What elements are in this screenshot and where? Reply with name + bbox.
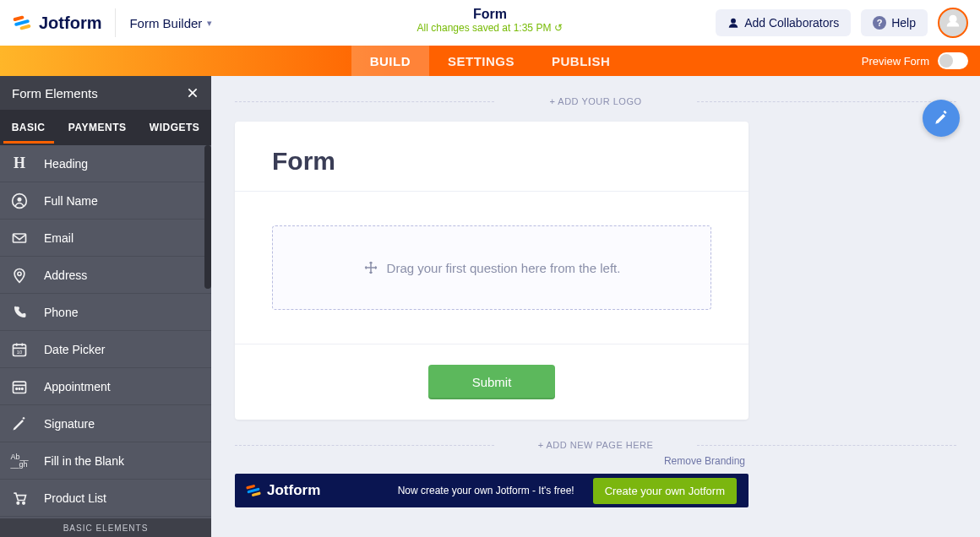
preview-form-label: Preview Form	[862, 55, 929, 68]
svg-point-21	[23, 502, 25, 504]
tab-settings[interactable]: SETTINGS	[429, 46, 533, 76]
revision-history-icon[interactable]: ↺	[554, 22, 563, 34]
tab-publish[interactable]: PUBLISH	[533, 46, 629, 76]
user-avatar[interactable]	[938, 8, 968, 38]
brand-logo[interactable]: Jotform	[12, 8, 116, 37]
submit-row: Submit	[235, 344, 749, 420]
form-title-block[interactable]: Form	[235, 122, 749, 192]
move-icon	[363, 260, 378, 275]
form-canvas: + ADD YOUR LOGO Form Drag your first que…	[211, 76, 980, 537]
svg-rect-0	[13, 15, 24, 21]
promo-text: Now create your own Jotform - It's free!	[398, 485, 574, 496]
svg-rect-8	[14, 234, 26, 242]
remove-branding-link[interactable]: Remove Branding	[235, 455, 749, 467]
element-address[interactable]: Address	[0, 257, 211, 294]
promo-banner: Jotform Now create your own Jotform - It…	[235, 474, 749, 507]
submit-button[interactable]: Submit	[428, 365, 556, 399]
form-builder-dropdown[interactable]: Form Builder ▾	[129, 16, 212, 30]
sidebar-tab-payments[interactable]: PAYMENTS	[68, 122, 127, 133]
sidebar-header: Form Elements	[0, 76, 211, 110]
sidebar-title: Form Elements	[12, 86, 98, 100]
element-phone[interactable]: Phone	[0, 294, 211, 331]
mail-icon	[10, 229, 29, 247]
element-product-list[interactable]: Product List	[0, 480, 211, 517]
svg-point-9	[18, 272, 21, 275]
jotform-logo-icon	[245, 482, 262, 499]
pin-icon	[10, 266, 29, 285]
svg-point-7	[18, 197, 22, 201]
svg-rect-2	[19, 24, 31, 30]
element-date-picker[interactable]: 10Date Picker	[0, 331, 211, 368]
phone-icon	[10, 303, 29, 322]
help-icon: ?	[873, 16, 886, 30]
promo-logo: Jotform	[245, 482, 320, 499]
svg-rect-22	[246, 485, 255, 490]
header-right: Add Collaborators ? Help	[716, 8, 968, 38]
form-card: Form Drag your first question here from …	[235, 122, 749, 420]
svg-point-3	[731, 19, 736, 24]
element-email[interactable]: Email	[0, 220, 211, 257]
save-status: All changes saved at 1:35 PM ↺	[417, 22, 564, 34]
user-plus-icon	[727, 17, 739, 29]
calendar-icon: 10	[10, 340, 29, 359]
element-fill-blank[interactable]: Ab____ghFill in the Blank	[0, 442, 211, 480]
element-full-name[interactable]: Full Name	[0, 182, 211, 220]
cart-icon	[10, 489, 29, 507]
add-logo-button[interactable]: + ADD YOUR LOGO	[235, 96, 956, 106]
preview-form-toggle[interactable]	[938, 52, 968, 69]
drop-zone[interactable]: Drag your first question here from the l…	[272, 225, 711, 310]
element-appointment[interactable]: Appointment	[0, 368, 211, 405]
elements-sidebar: Form Elements BASIC PAYMENTS WIDGETS HHe…	[0, 76, 211, 537]
main-nav-bar: BUILD SETTINGS PUBLISH Preview Form	[0, 46, 980, 76]
sidebar-tab-basic[interactable]: BASIC	[12, 122, 46, 133]
svg-point-18	[19, 388, 20, 389]
jotform-logo-icon	[12, 13, 32, 33]
sidebar-tabs: BASIC PAYMENTS WIDGETS	[0, 110, 211, 145]
sidebar-tab-widgets[interactable]: WIDGETS	[150, 122, 200, 133]
promo-cta-button[interactable]: Create your own Jotform	[593, 478, 737, 504]
close-sidebar-icon[interactable]	[186, 86, 199, 100]
header-center: Form All changes saved at 1:35 PM ↺	[417, 7, 564, 34]
user-icon	[10, 192, 29, 210]
app-header: Jotform Form Builder ▾ Form All changes …	[0, 0, 980, 46]
form-title: Form	[272, 147, 711, 176]
element-signature[interactable]: Signature	[0, 405, 211, 442]
elements-list[interactable]: HHeading Full Name Email Address Phone 1…	[0, 145, 211, 518]
fill-blank-icon: Ab____gh	[10, 452, 29, 470]
svg-rect-24	[252, 491, 261, 496]
signature-icon	[10, 415, 29, 433]
form-title-header[interactable]: Form	[417, 7, 564, 22]
help-button[interactable]: ? Help	[861, 9, 928, 36]
sidebar-footer: BASIC ELEMENTS	[0, 518, 211, 537]
add-page-button[interactable]: + ADD NEW PAGE HERE	[235, 440, 956, 450]
preview-form-toggle-wrap: Preview Form	[862, 46, 968, 76]
heading-icon: H	[10, 155, 29, 173]
appointment-icon	[10, 377, 29, 396]
svg-point-17	[16, 388, 18, 389]
tab-build[interactable]: BUILD	[351, 46, 429, 76]
add-collaborators-button[interactable]: Add Collaborators	[716, 9, 851, 36]
svg-text:10: 10	[17, 350, 23, 355]
form-designer-fab[interactable]	[923, 100, 960, 137]
main-nav-tabs: BUILD SETTINGS PUBLISH	[351, 46, 629, 76]
chevron-down-icon: ▾	[207, 18, 212, 29]
drop-hint: Drag your first question here from the l…	[387, 261, 621, 275]
scrollbar[interactable]	[204, 145, 211, 289]
element-heading[interactable]: HHeading	[0, 145, 211, 182]
form-builder-label: Form Builder	[129, 16, 202, 30]
drop-zone-section: Drag your first question here from the l…	[235, 192, 749, 344]
brand-name: Jotform	[39, 14, 101, 33]
svg-rect-15	[14, 382, 26, 393]
svg-point-19	[22, 388, 24, 389]
svg-point-20	[17, 502, 19, 504]
